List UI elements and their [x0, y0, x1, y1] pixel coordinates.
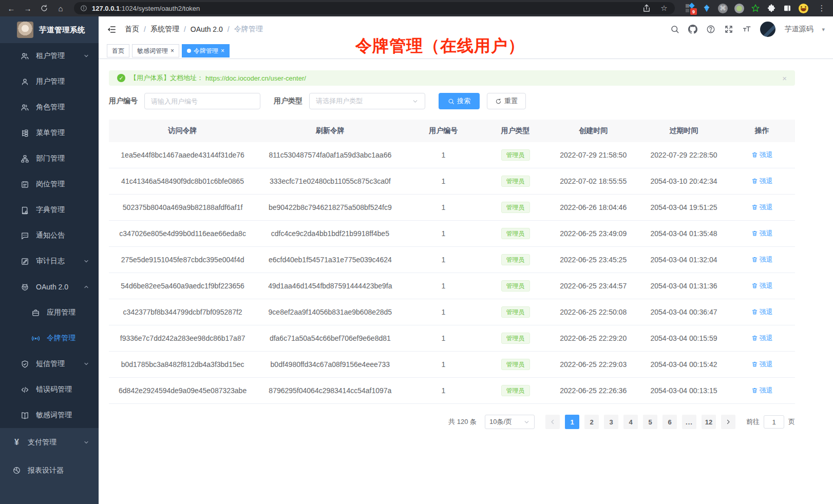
extension-grid-icon[interactable]: 9 — [685, 3, 695, 13]
gem-extension-icon[interactable] — [702, 4, 711, 13]
trash-icon — [751, 387, 758, 394]
cell-expires-at: 2054-03-10 20:42:34 — [638, 168, 729, 195]
cell-actions: 强退 — [729, 273, 795, 299]
page-button-12[interactable]: 12 — [702, 415, 716, 429]
users-icon — [21, 52, 29, 61]
tree-icon — [21, 129, 29, 138]
sidebar-item-审计日志[interactable]: 审计日志 — [0, 248, 99, 274]
sidebar-item-菜单管理[interactable]: 菜单管理 — [0, 120, 99, 146]
force-logout-button[interactable]: 强退 — [751, 150, 773, 160]
cell-created-at: 2022-06-25 22:26:36 — [548, 378, 638, 404]
column-header: 过期时间 — [638, 120, 729, 142]
signal-icon — [31, 334, 40, 343]
page-info-icon[interactable] — [80, 5, 87, 12]
goto-page-input[interactable] — [764, 415, 784, 429]
cell-actions: 强退 — [729, 325, 795, 352]
browser-menu-icon[interactable]: ⋮ — [816, 2, 828, 14]
browser-forward-icon[interactable]: → — [22, 2, 34, 14]
sidebar-item-支付管理[interactable]: ¥支付管理 — [0, 428, 99, 456]
doc-link[interactable]: https://doc.iocoder.cn/user-center/ — [205, 74, 306, 82]
help-icon[interactable] — [706, 25, 715, 34]
tab-label: 敏感词管理 — [137, 47, 168, 55]
green-star-extension-icon[interactable] — [751, 4, 760, 13]
page-size-select[interactable]: 10条/页 — [485, 415, 535, 429]
sidebar-item-报表设计器[interactable]: 报表设计器 — [0, 456, 99, 484]
sidebar-item-部门管理[interactable]: 部门管理 — [0, 146, 99, 171]
force-logout-button[interactable]: 强退 — [751, 281, 773, 290]
logo-avatar — [17, 22, 33, 38]
cell-user-id: 1 — [404, 273, 483, 299]
next-page-button[interactable] — [721, 415, 735, 429]
force-logout-button[interactable]: 强退 — [751, 255, 773, 264]
side-panel-icon[interactable] — [783, 4, 792, 13]
cell-created-at: 2022-06-26 18:04:46 — [548, 195, 638, 221]
sidebar-item-敏感词管理[interactable]: 敏感词管理 — [0, 402, 99, 428]
sidebar-item-租户管理[interactable]: 租户管理 — [0, 43, 99, 69]
trash-icon — [751, 361, 758, 367]
browser-back-icon[interactable]: ← — [5, 2, 17, 14]
user-id-input[interactable] — [144, 93, 260, 109]
url-text[interactable]: 127.0.0.1:1024/system/oauth2/token — [92, 5, 200, 12]
command-extension-icon[interactable]: ⌘ — [718, 4, 728, 13]
page-button-6[interactable]: 6 — [662, 415, 677, 429]
breadcrumb-item[interactable]: OAuth 2.0 — [191, 25, 223, 33]
tab-首页[interactable]: 首页 — [107, 44, 129, 57]
force-logout-button[interactable]: 强退 — [751, 229, 773, 238]
force-logout-button[interactable]: 强退 — [751, 386, 773, 395]
cell-refresh-token: e6cfd40eb1f54571a31e775e039c4624 — [256, 247, 404, 273]
force-logout-button[interactable]: 强退 — [751, 203, 773, 212]
sidebar-fold-icon[interactable] — [107, 25, 117, 34]
breadcrumb-item[interactable]: 系统管理 — [150, 25, 179, 34]
tab-敏感词管理[interactable]: 敏感词管理× — [132, 44, 179, 57]
browser-home-icon[interactable]: ⌂ — [54, 2, 67, 14]
user-name[interactable]: 芋道源码 — [784, 25, 813, 34]
recorder-extension-icon[interactable] — [734, 4, 744, 13]
browser-reload-icon[interactable] — [38, 2, 50, 14]
force-logout-button[interactable]: 强退 — [751, 307, 773, 317]
force-logout-button[interactable]: 强退 — [751, 177, 773, 186]
chevron-down-icon[interactable]: ▾ — [822, 26, 825, 33]
cell-expires-at: 2054-03-04 00:15:59 — [638, 325, 729, 352]
avatar[interactable] — [760, 22, 775, 37]
emoji-extension-icon[interactable] — [799, 4, 808, 13]
trash-icon — [751, 282, 758, 289]
user-type-select[interactable]: 请选择用户类型 — [309, 93, 425, 109]
tab-令牌管理[interactable]: 令牌管理× — [182, 44, 230, 57]
cell-refresh-token: 49d1aa46d1454fbd87591444423be9fa — [256, 273, 404, 299]
close-icon[interactable]: × — [171, 48, 174, 54]
puzzle-extensions-icon[interactable] — [767, 4, 776, 13]
cell-created-at: 2022-06-25 22:29:03 — [548, 352, 638, 378]
app-logo[interactable]: 芋道管理系统 — [0, 16, 99, 43]
force-logout-button[interactable]: 强退 — [751, 360, 773, 369]
page-button-3[interactable]: 3 — [604, 415, 618, 429]
page-button-4[interactable]: 4 — [623, 415, 638, 429]
page-button-1[interactable]: 1 — [565, 415, 579, 429]
sidebar-item-令牌管理[interactable]: 令牌管理 — [0, 325, 99, 351]
sidebar-item-应用管理[interactable]: 应用管理 — [0, 300, 99, 325]
column-header: 用户编号 — [404, 120, 483, 142]
address-bar[interactable]: 127.0.0.1:1024/system/oauth2/token ☆ — [74, 2, 675, 14]
search-icon[interactable] — [670, 25, 679, 34]
prev-page-button[interactable] — [545, 415, 560, 429]
sidebar-item-岗位管理[interactable]: 岗位管理 — [0, 171, 99, 197]
sidebar-item-字典管理[interactable]: 字典管理 — [0, 197, 99, 223]
sidebar-item-OAuth 2.0[interactable]: OAuth 2.0 — [0, 274, 99, 300]
breadcrumb-item[interactable]: 首页 — [125, 25, 139, 34]
sidebar-item-短信管理[interactable]: 短信管理 — [0, 351, 99, 377]
force-logout-button[interactable]: 强退 — [751, 334, 773, 343]
bookmark-star-icon[interactable]: ☆ — [659, 4, 669, 13]
page-button-5[interactable]: 5 — [643, 415, 657, 429]
sidebar-item-通知公告[interactable]: 通知公告 — [0, 223, 99, 248]
close-icon[interactable]: × — [782, 74, 787, 83]
sidebar-item-错误码管理[interactable]: 错误码管理 — [0, 377, 99, 402]
page-button-2[interactable]: 2 — [584, 415, 599, 429]
sidebar-item-角色管理[interactable]: 角色管理 — [0, 94, 99, 120]
reset-button[interactable]: 重置 — [487, 93, 526, 109]
github-icon[interactable] — [688, 25, 697, 34]
fullscreen-icon[interactable] — [724, 25, 733, 34]
close-icon[interactable]: × — [221, 48, 224, 54]
search-button[interactable]: 搜索 — [439, 93, 480, 109]
sidebar-item-用户管理[interactable]: 用户管理 — [0, 69, 99, 94]
font-size-icon[interactable] — [742, 25, 751, 34]
share-icon[interactable] — [642, 4, 651, 13]
